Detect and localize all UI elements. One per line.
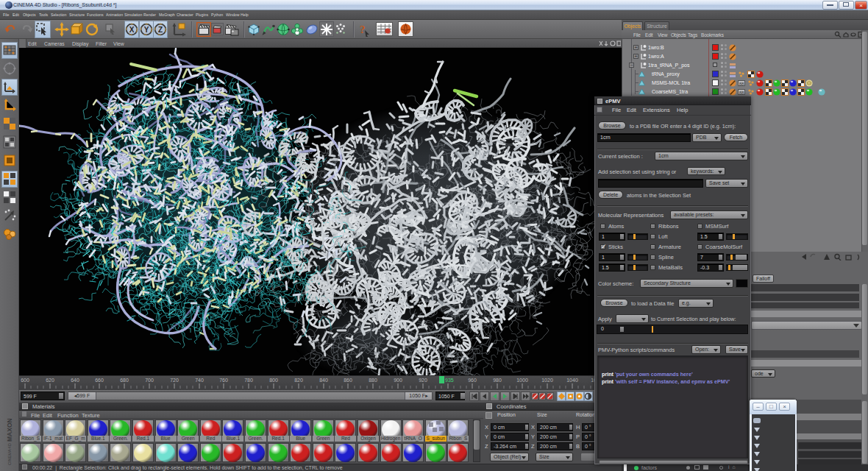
svg-text:980: 980 [493, 378, 502, 383]
svg-text:88: 88 [739, 82, 744, 86]
svg-text:820: 820 [294, 378, 303, 383]
svg-text:960: 960 [468, 378, 477, 383]
svg-text:600: 600 [21, 378, 29, 383]
svg-text:760: 760 [219, 378, 228, 383]
svg-text:640: 640 [71, 378, 79, 383]
svg-text:1020: 1020 [541, 378, 553, 383]
svg-text:780: 780 [244, 378, 253, 383]
svg-text:88: 88 [739, 91, 744, 95]
svg-text:Y: Y [143, 26, 149, 34]
svg-text:935: 935 [445, 378, 454, 383]
svg-text:?: ? [360, 24, 366, 35]
svg-text:740: 740 [195, 378, 204, 383]
svg-text:720: 720 [170, 378, 179, 383]
svg-text:1000: 1000 [516, 378, 528, 383]
svg-text:900: 900 [394, 378, 402, 383]
svg-text:1040: 1040 [566, 378, 578, 383]
svg-text:660: 660 [95, 378, 104, 383]
svg-text:920: 920 [419, 378, 427, 383]
svg-text:880: 880 [369, 378, 377, 383]
svg-text:700: 700 [145, 378, 154, 383]
svg-text:840: 840 [319, 378, 328, 383]
svg-text:X: X [129, 26, 135, 34]
svg-text:620: 620 [46, 378, 54, 383]
svg-text:800: 800 [269, 378, 278, 383]
svg-text:680: 680 [120, 378, 129, 383]
svg-text:860: 860 [344, 378, 352, 383]
svg-text:Z: Z [158, 26, 163, 34]
